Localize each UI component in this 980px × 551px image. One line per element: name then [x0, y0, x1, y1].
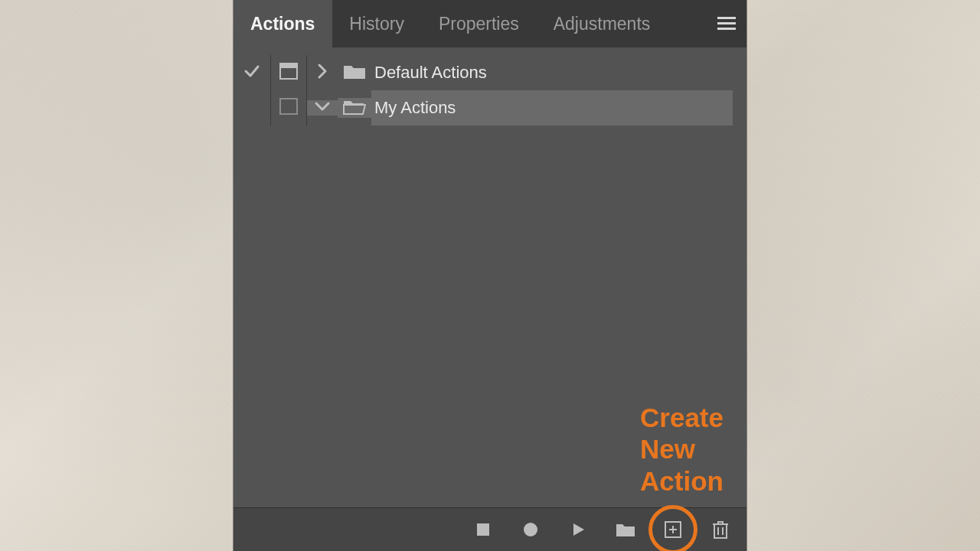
tab-actions-label: Actions: [250, 14, 315, 34]
row-label: My Actions: [371, 90, 733, 126]
toggle-dialog[interactable]: [271, 55, 307, 90]
tab-adjustments-label: Adjustments: [554, 14, 651, 34]
new-set-button[interactable]: [615, 519, 636, 540]
play-icon: [570, 521, 586, 538]
svg-rect-4: [280, 64, 297, 68]
actions-list: Default Actions: [234, 47, 746, 126]
panel-body: Create New Action: [234, 126, 746, 507]
folder-cell: [338, 63, 371, 83]
row-default-actions[interactable]: Default Actions: [234, 55, 746, 90]
expand-toggle[interactable]: [307, 100, 338, 116]
svg-rect-6: [477, 523, 489, 536]
panel-tabs: Actions History Properties Adjustments: [234, 0, 746, 47]
panel-footer: [234, 507, 746, 551]
tab-adjustments[interactable]: Adjustments: [537, 0, 668, 47]
annotation-line1: Create: [640, 402, 724, 433]
new-action-button[interactable]: [662, 519, 684, 540]
tab-properties-label: Properties: [439, 14, 519, 34]
svg-rect-5: [280, 99, 297, 114]
play-button[interactable]: [567, 519, 589, 540]
new-action-icon: [664, 520, 682, 539]
delete-button[interactable]: [710, 519, 731, 540]
annotation-line3: Action: [640, 465, 724, 497]
toggle-include[interactable]: [234, 55, 271, 90]
stop-icon: [475, 522, 491, 537]
folder-closed-icon: [343, 63, 366, 83]
dialog-toggle-icon: [279, 98, 298, 118]
chevron-down-icon: [314, 100, 331, 116]
svg-rect-9: [714, 524, 727, 538]
expand-toggle[interactable]: [307, 63, 338, 83]
record-icon: [522, 521, 539, 538]
trash-icon: [712, 520, 729, 540]
my-actions-label: My Actions: [374, 98, 456, 118]
actions-panel: Actions History Properties Adjustments: [234, 0, 746, 551]
row-label: Default Actions: [371, 55, 746, 90]
tab-properties[interactable]: Properties: [422, 0, 537, 47]
annotation-label: Create New Action: [640, 402, 724, 497]
tab-history-label: History: [349, 14, 404, 34]
svg-rect-1: [717, 22, 736, 24]
panel-menu-button[interactable]: [707, 0, 746, 47]
folder-open-icon: [343, 98, 366, 118]
footer-wrap: [234, 507, 746, 551]
svg-rect-0: [717, 17, 736, 19]
stop-button[interactable]: [472, 519, 494, 540]
tabs-spacer: [668, 0, 707, 47]
tab-history[interactable]: History: [332, 0, 422, 47]
record-button[interactable]: [520, 519, 541, 540]
panel-menu-icon: [717, 17, 736, 31]
checkmark-icon: [243, 62, 261, 83]
tab-actions[interactable]: Actions: [234, 0, 332, 47]
svg-rect-2: [717, 28, 736, 30]
chevron-right-icon: [316, 63, 328, 83]
new-set-icon: [616, 521, 635, 538]
annotation-line2: New: [640, 433, 724, 465]
folder-cell: [338, 98, 371, 118]
toggle-include[interactable]: [234, 90, 271, 126]
dialog-toggle-icon: [279, 63, 298, 83]
default-actions-label: Default Actions: [374, 63, 487, 83]
row-my-actions[interactable]: My Actions: [234, 90, 746, 126]
svg-point-7: [524, 523, 537, 536]
toggle-dialog[interactable]: [271, 90, 307, 126]
